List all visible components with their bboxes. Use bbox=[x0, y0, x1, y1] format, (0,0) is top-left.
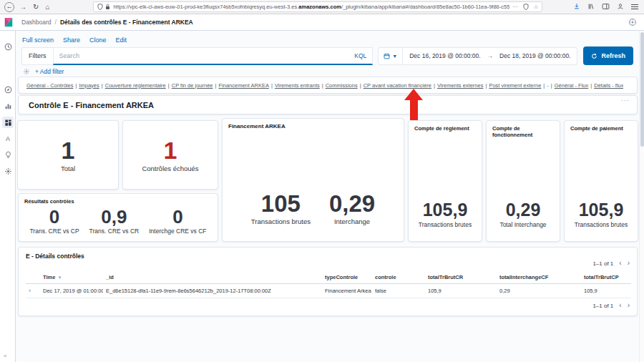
sort-icon: ▼ bbox=[57, 275, 62, 280]
date-to[interactable]: Dec 18, 2019 @ 00:00:00. bbox=[493, 52, 577, 59]
table-cell: 0,29 bbox=[497, 284, 581, 298]
link-separator: | bbox=[434, 82, 435, 89]
panel-header-title: Compte de paiement bbox=[570, 125, 623, 132]
metric-paiement-panel: Compte de paiement 105,9 Transactions br… bbox=[564, 120, 638, 242]
kibana-logo[interactable] bbox=[4, 17, 14, 27]
metric-label: Total bbox=[61, 165, 75, 172]
dashboard-link[interactable]: Post virement externe bbox=[489, 82, 541, 89]
column-header-totalTrBrutCR[interactable]: totalTrBrutCR bbox=[425, 272, 497, 284]
metric-label: Trans. CRE vs CR bbox=[89, 228, 140, 235]
expand-column-header bbox=[26, 272, 40, 284]
dashboard-link[interactable]: Couverture réglementaire bbox=[105, 82, 166, 89]
scrollbar[interactable] bbox=[639, 31, 644, 362]
add-filter-button[interactable]: + Add filter bbox=[35, 68, 64, 75]
letter-a-icon[interactable]: A bbox=[2, 133, 14, 145]
metric-value: 0,29 bbox=[329, 192, 375, 215]
dashboard-link[interactable]: Impayés bbox=[79, 82, 99, 89]
metric-value: 0 bbox=[49, 207, 59, 226]
pagination-text: 1–1 of 1 bbox=[592, 303, 613, 309]
metric-value: 0,9 bbox=[101, 207, 127, 226]
bar-chart-icon[interactable] bbox=[2, 100, 14, 112]
date-from[interactable]: Dec 16, 2019 @ 00:00:00. bbox=[403, 52, 487, 59]
clock-icon[interactable] bbox=[2, 41, 14, 52]
reload-icon[interactable]: ↻ bbox=[33, 4, 39, 11]
download-icon[interactable] bbox=[573, 3, 580, 10]
dashboard-link[interactable]: Virements externes bbox=[437, 82, 483, 89]
details-table-panel: E - Détails contrôles 1–1 of 1 ‹ › Time▼… bbox=[18, 247, 638, 316]
control-title-panel: Contrôle E - Financement ARKEA ··· bbox=[18, 95, 638, 114]
dashboard-link[interactable]: Financement ARKEA bbox=[219, 82, 269, 89]
metric-reglement-panel: Compte de règlement 105,9 Transactions b… bbox=[408, 120, 482, 242]
dashboard-link[interactable]: CP avant vacation financière bbox=[364, 82, 431, 89]
search-input[interactable] bbox=[59, 52, 351, 59]
account-icon[interactable] bbox=[617, 3, 624, 10]
forward-icon[interactable]: → bbox=[19, 4, 26, 11]
dashboard-icon[interactable] bbox=[2, 117, 14, 128]
breadcrumb-dashboard[interactable]: Dashboard bbox=[21, 19, 52, 26]
compass-icon[interactable] bbox=[2, 84, 14, 95]
metric-label: Contrôles échoués bbox=[142, 165, 198, 172]
menu-icon[interactable] bbox=[631, 3, 638, 11]
home-icon[interactable]: ⌂ bbox=[45, 4, 49, 11]
column-header-Time[interactable]: Time▼ bbox=[40, 272, 103, 284]
lightbulb-icon[interactable] bbox=[2, 149, 14, 160]
filters-button[interactable]: Filters bbox=[21, 47, 53, 65]
prev-page-icon[interactable]: ‹ bbox=[619, 260, 621, 267]
tracking-shield-icon[interactable] bbox=[97, 4, 103, 10]
control-title: Contrôle E - Financement ARKEA bbox=[29, 101, 154, 109]
edit-button[interactable]: Edit bbox=[116, 36, 127, 44]
next-page-icon[interactable]: › bbox=[628, 260, 630, 267]
table-title: E - Détails contrôles bbox=[26, 253, 84, 260]
dashboard-link[interactable]: Virements entrants bbox=[275, 82, 320, 89]
metric-value: 0,29 bbox=[506, 201, 541, 219]
sidebar-toggle-icon[interactable] bbox=[602, 3, 610, 10]
panel-options-icon[interactable]: ··· bbox=[621, 97, 630, 104]
library-icon[interactable] bbox=[587, 3, 595, 10]
dashboard-main: Full screen Share Clone Edit Filters KQL… bbox=[16, 31, 639, 362]
dashboard-actions: Full screen Share Clone Edit bbox=[22, 36, 127, 44]
dashboard-link[interactable]: Commissions bbox=[326, 82, 358, 89]
link-separator: | bbox=[551, 82, 552, 89]
column-header-totalTrBrutCP[interactable]: totalTrBrutCP bbox=[581, 272, 631, 284]
back-icon[interactable]: ← bbox=[4, 2, 14, 12]
details-table: Time▼_idtypeControlecontroletotalTrBrutC… bbox=[26, 272, 631, 298]
column-header-_id[interactable]: _id bbox=[103, 272, 322, 284]
metric-value: 1 bbox=[164, 138, 177, 162]
dashboard-link[interactable]: CP fin de journée bbox=[172, 82, 213, 89]
shield-badge-icon[interactable] bbox=[523, 4, 529, 10]
full-screen-button[interactable]: Full screen bbox=[22, 36, 54, 44]
gear-icon[interactable] bbox=[2, 165, 14, 177]
kql-toggle[interactable]: KQL bbox=[354, 52, 366, 59]
url-text: https://vpc-elk-cl-aws-euw-01-prod-ke3fl… bbox=[113, 4, 509, 10]
expand-chevron-icon[interactable]: › bbox=[26, 284, 40, 298]
metric-financement-panel: Financement ARKEA 105 Transactions brute… bbox=[222, 118, 404, 242]
share-button[interactable]: Share bbox=[63, 36, 80, 44]
link-separator: | bbox=[322, 82, 323, 89]
dashboard-link[interactable]: Général - Flux bbox=[555, 82, 589, 89]
next-page-icon[interactable]: › bbox=[628, 302, 630, 309]
header-gear-icon[interactable] bbox=[628, 18, 637, 26]
link-separator: | bbox=[590, 82, 592, 89]
dashboard-link[interactable]: Général - Contrôles bbox=[26, 82, 73, 89]
page-actions-icon[interactable]: ··· bbox=[512, 4, 518, 10]
markdown-links-panel: Général - Contrôles|Impayés|Couverture r… bbox=[18, 77, 638, 94]
metric-label: Total Interchange bbox=[499, 221, 546, 228]
column-header-totalInterchangeCF[interactable]: totalInterchangeCF bbox=[497, 272, 581, 284]
url-bar[interactable]: https://vpc-elk-cl-aws-euw-01-prod-ke3fl… bbox=[93, 1, 542, 12]
collapse-nav-icon[interactable]: « bbox=[4, 353, 6, 359]
pagination-top: 1–1 of 1 ‹ › bbox=[592, 260, 630, 267]
column-header-controle[interactable]: controle bbox=[372, 272, 425, 284]
link-separator: | bbox=[75, 82, 77, 89]
clone-button[interactable]: Clone bbox=[89, 36, 107, 44]
bookmark-star-icon[interactable]: ☆ bbox=[534, 4, 539, 10]
scrollbar-thumb[interactable] bbox=[640, 32, 644, 147]
date-range-picker: ▼ Dec 16, 2019 @ 00:00:00. → Dec 18, 201… bbox=[378, 47, 577, 65]
column-header-typeControle[interactable]: typeControle bbox=[322, 272, 372, 284]
metric-total-panel: 1 Total bbox=[17, 120, 119, 190]
table-header-row: Time▼_idtypeControlecontroletotalTrBrutC… bbox=[26, 272, 631, 284]
dashboard-link[interactable]: Détails - flux bbox=[594, 82, 623, 89]
refresh-button[interactable]: Refresh bbox=[583, 47, 633, 65]
calendar-button[interactable]: ▼ bbox=[379, 48, 403, 64]
filter-gear-icon[interactable] bbox=[23, 68, 30, 75]
prev-page-icon[interactable]: ‹ bbox=[619, 302, 621, 309]
